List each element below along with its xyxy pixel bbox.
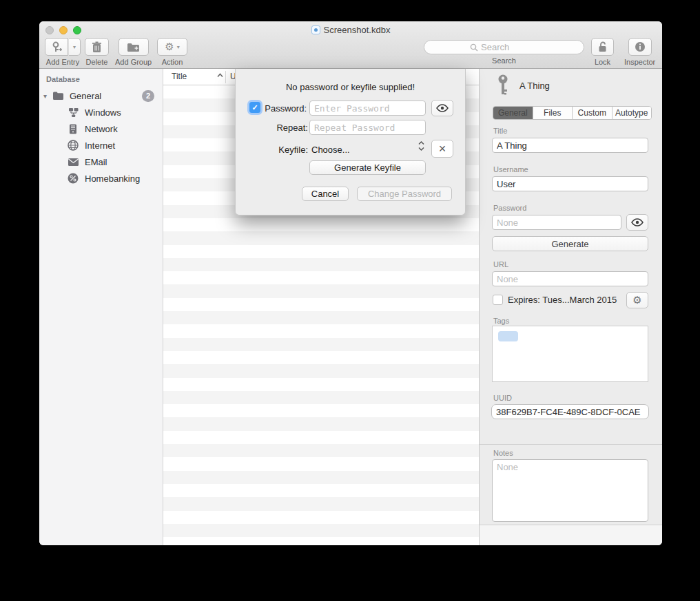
column-header-title[interactable]: Title	[172, 72, 187, 81]
globe-icon	[67, 139, 79, 151]
keyfile-popup[interactable]: Choose...	[311, 145, 350, 155]
reveal-password-button[interactable]	[626, 214, 648, 231]
action-button[interactable]: ⚙ ▾	[157, 38, 187, 56]
cancel-button[interactable]: Cancel	[302, 187, 349, 201]
sidebar-item-email[interactable]: EMail	[39, 154, 163, 169]
lock-button[interactable]	[591, 38, 614, 56]
inspector-button[interactable]	[628, 38, 652, 56]
gear-icon: ⚙	[632, 294, 641, 306]
repeat-password-field[interactable]	[309, 120, 426, 135]
add-entry-button[interactable]	[45, 38, 68, 56]
server-icon	[67, 123, 79, 135]
reveal-password-button[interactable]	[431, 100, 453, 116]
chevron-down-icon: ▾	[73, 44, 76, 50]
disclosure-triangle-icon[interactable]: ▾	[43, 92, 52, 100]
expires-checkbox[interactable]	[493, 295, 503, 305]
panel-footer	[480, 525, 662, 545]
notes-field[interactable]	[492, 459, 648, 522]
entry-header: A Thing	[496, 74, 550, 96]
url-field[interactable]	[492, 271, 648, 286]
info-icon	[635, 41, 646, 52]
sidebar-item-homebanking[interactable]: Homebanking	[39, 171, 163, 186]
search-placeholder: Search	[481, 42, 509, 52]
gear-icon: ⚙	[165, 41, 174, 53]
sidebar-section-header: Database	[46, 75, 80, 83]
percent-circle-icon	[67, 172, 79, 184]
add-group-label: Add Group	[115, 58, 152, 66]
window-title: Screenshot.kdbx	[39, 25, 662, 35]
title-label: Title	[493, 127, 507, 135]
sidebar-item-label: General	[70, 91, 101, 101]
tab-custom[interactable]: Custom	[572, 107, 612, 119]
keyfile-label: Keyfile:	[249, 145, 308, 155]
tags-field[interactable]	[492, 326, 648, 382]
app-window: Screenshot.kdbx ▾ Add Entry	[39, 21, 662, 545]
search-icon	[470, 43, 478, 52]
username-field[interactable]	[492, 176, 648, 191]
delete-label: Delete	[86, 58, 108, 66]
sidebar-item-network[interactable]: Network	[39, 121, 163, 136]
chevron-down-icon: ▾	[177, 44, 180, 50]
eye-icon	[631, 218, 644, 226]
generate-keyfile-button[interactable]: Generate Keyfile	[309, 160, 426, 175]
close-icon: ×	[439, 142, 446, 156]
tab-autotype[interactable]: Autotype	[612, 107, 652, 119]
repeat-label: Repeat:	[249, 123, 308, 133]
entry-count-badge: 2	[142, 90, 154, 102]
inspector-panel: A Thing General Files Custom Autotype Ti…	[479, 69, 662, 545]
search-label: Search	[492, 56, 516, 65]
inspector-tabs: General Files Custom Autotype	[493, 106, 652, 120]
delete-button[interactable]	[85, 38, 109, 56]
sidebar-item-windows[interactable]: Windows	[39, 105, 163, 120]
eye-icon	[436, 104, 449, 112]
expires-row: Expires: Tues...March 2015	[493, 295, 617, 305]
column-divider[interactable]	[225, 71, 226, 83]
trash-icon	[92, 41, 102, 53]
sidebar-item-label: Internet	[85, 140, 115, 151]
change-password-button[interactable]: Change Password	[357, 187, 452, 201]
expires-settings-button[interactable]: ⚙	[626, 292, 648, 308]
stepper-icon[interactable]	[418, 141, 424, 151]
document-icon	[311, 25, 320, 34]
add-group-group: Add Group	[115, 38, 152, 66]
tags-label: Tags	[493, 317, 509, 325]
search-group: Search Search	[424, 40, 584, 65]
titlebar-toolbar: Screenshot.kdbx ▾ Add Entry	[39, 21, 662, 69]
enter-password-field[interactable]	[309, 101, 426, 116]
password-label: Password	[493, 204, 526, 212]
add-entry-dropdown[interactable]: ▾	[69, 38, 81, 56]
tab-files[interactable]: Files	[533, 107, 573, 119]
key-plus-icon	[51, 41, 63, 53]
username-label: Username	[493, 165, 528, 173]
sidebar-item-internet[interactable]: Internet	[39, 138, 163, 153]
inspector-group: Inspector	[624, 38, 655, 66]
sidebar-item-label: Homebanking	[85, 173, 140, 184]
tab-general[interactable]: General	[493, 107, 533, 119]
folder-icon	[52, 89, 64, 102]
add-group-button[interactable]	[119, 38, 149, 56]
sidebar-item-general[interactable]: ▾ General 2	[39, 88, 163, 103]
windows-network-icon	[67, 106, 79, 118]
unlock-icon	[597, 41, 608, 53]
search-input[interactable]: Search	[424, 40, 584, 54]
title-field[interactable]	[492, 138, 648, 153]
uuid-field[interactable]	[491, 404, 649, 419]
tag-token[interactable]	[498, 331, 518, 341]
lock-label: Lock	[595, 58, 610, 66]
password-label: Password:	[248, 103, 307, 114]
entry-title: A Thing	[519, 81, 550, 91]
sheet-message: No password or keyfile supplied!	[236, 82, 465, 92]
add-entry-label: Add Entry	[46, 58, 79, 66]
generate-password-button[interactable]: Generate	[492, 236, 648, 251]
clear-keyfile-button[interactable]: ×	[431, 140, 453, 158]
section-divider	[480, 444, 662, 445]
key-icon	[496, 74, 510, 96]
notes-label: Notes	[493, 449, 513, 457]
action-label: Action	[162, 58, 183, 66]
sidebar-item-label: Windows	[85, 107, 121, 118]
password-field[interactable]	[492, 215, 621, 230]
action-group: ⚙ ▾ Action	[157, 38, 187, 66]
expires-label: Expires: Tues...March 2015	[508, 295, 617, 305]
sidebar-item-label: EMail	[85, 157, 107, 167]
sort-ascending-icon	[217, 73, 223, 78]
